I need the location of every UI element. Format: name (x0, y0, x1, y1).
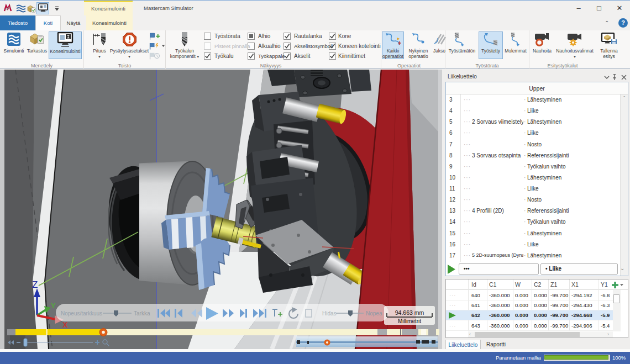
svg-text:Z: Z (32, 279, 38, 290)
svg-text:Millimetrit: Millimetrit (398, 318, 421, 324)
svg-text:Nopea: Nopea (366, 310, 382, 316)
svg-text:Hidas: Hidas (322, 310, 337, 316)
svg-text:Tarkka: Tarkka (134, 310, 150, 316)
svg-text:Nopeus/tarkkuus: Nopeus/tarkkuus (61, 310, 102, 316)
svg-text:X: X (62, 320, 68, 329)
svg-text:Y: Y (51, 302, 56, 310)
svg-text:94.663 mm: 94.663 mm (395, 309, 424, 316)
